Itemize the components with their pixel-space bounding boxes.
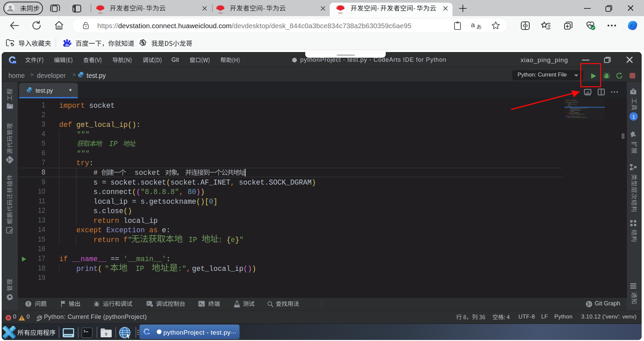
svg-text:1: 1 — [632, 114, 635, 119]
svg-text:PY: PY — [13, 61, 16, 63]
svg-text:du: du — [65, 43, 69, 47]
svg-text:$: $ — [84, 330, 86, 333]
svg-text:PY: PY — [147, 333, 150, 335]
